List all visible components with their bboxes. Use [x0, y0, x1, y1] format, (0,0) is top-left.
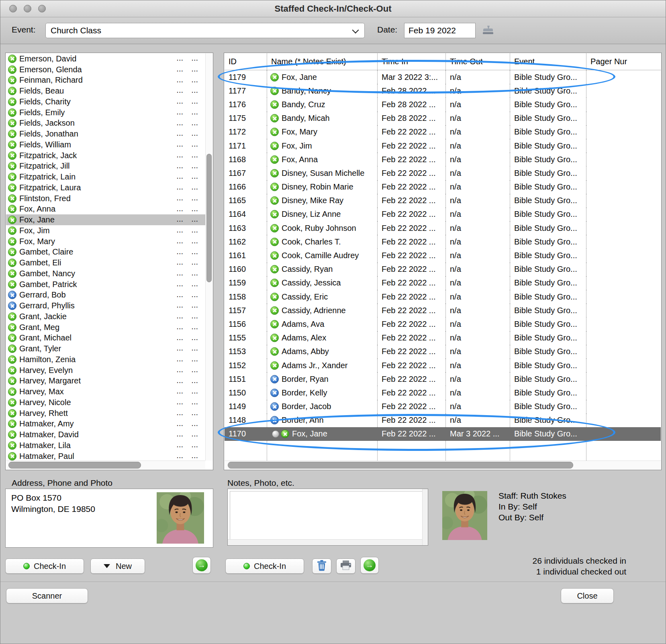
roster-row[interactable]: Gerrard, Bob...... — [6, 290, 205, 301]
roster-row[interactable]: Fitzpatrick, Jack...... — [6, 150, 205, 161]
table-row[interactable]: 1159Cassidy, JessicaFeb 22 2022 ...n/aBi… — [225, 276, 661, 290]
roster-details-dots-button[interactable]: ... — [191, 236, 198, 245]
roster-details-dots-button[interactable]: ... — [191, 257, 198, 267]
table-row[interactable]: 1162Cook, Charles T.Feb 22 2022 ...n/aBi… — [225, 235, 661, 249]
table-row[interactable]: 1167Disney, Susan MichelleFeb 22 2022 ..… — [225, 166, 661, 180]
table-row[interactable]: 1152Adams Jr., XanderFeb 22 2022 ...n/aB… — [225, 359, 661, 372]
table-row[interactable]: 1164Disney, Liz AnneFeb 22 2022 ...n/aBi… — [225, 208, 661, 221]
roster-row[interactable]: Fox, Jim...... — [6, 225, 205, 236]
column-header-name-notes-exist[interactable]: Name (* Notes Exist) — [267, 53, 378, 70]
roster-notes-dots-button[interactable]: ... — [176, 354, 183, 363]
roster-notes-dots-button[interactable]: ... — [176, 257, 183, 267]
table-horizontal-scrollbar-thumb[interactable] — [228, 462, 573, 469]
roster-details-dots-button[interactable]: ... — [191, 354, 198, 363]
table-row[interactable]: 1172Fox, MaryFeb 22 2022 ...n/aBible Stu… — [225, 125, 661, 139]
date-input[interactable] — [404, 23, 476, 38]
roster-notes-dots-button[interactable]: ... — [176, 150, 183, 159]
table-row[interactable]: 1149Border, JacobFeb 22 2022 ...n/aBible… — [225, 400, 661, 414]
roster-notes-dots-button[interactable]: ... — [176, 171, 183, 181]
table-row[interactable]: 1157Cassidy, AdrienneFeb 22 2022 ...n/aB… — [225, 304, 661, 317]
roster-row[interactable]: Harvey, Margaret...... — [6, 376, 205, 387]
roster-notes-dots-button[interactable]: ... — [176, 204, 183, 213]
print-button[interactable] — [336, 558, 355, 574]
roster-notes-dots-button[interactable]: ... — [176, 161, 183, 170]
roster-row[interactable]: Fields, Jackson...... — [6, 118, 205, 129]
roster-details-dots-button[interactable]: ... — [191, 53, 198, 63]
roster-vertical-scrollbar-thumb[interactable] — [206, 154, 212, 282]
roster-check-in-button[interactable]: Check-In — [5, 558, 84, 574]
column-header-pager-nur[interactable]: Pager Nur — [586, 53, 661, 70]
roster-notes-dots-button[interactable]: ... — [176, 118, 183, 127]
table-row[interactable]: 1155Adams, AlexFeb 22 2022 ...n/aBible S… — [225, 331, 661, 345]
roster-notes-dots-button[interactable]: ... — [176, 290, 183, 299]
roster-details-dots-button[interactable]: ... — [191, 429, 198, 438]
notes-vertical-scrollbar[interactable] — [422, 489, 428, 545]
table-row[interactable]: 1160Cassidy, RyanFeb 22 2022 ...n/aBible… — [225, 263, 661, 276]
roster-details-dots-button[interactable]: ... — [191, 247, 198, 256]
roster-notes-dots-button[interactable]: ... — [176, 193, 183, 202]
roster-row[interactable]: Fitzpatrick, Laura...... — [6, 182, 205, 193]
roster-notes-dots-button[interactable]: ... — [176, 419, 183, 428]
roster-row[interactable]: Fields, Jonathan...... — [6, 128, 205, 139]
roster-row[interactable]: Harvey, Rhett...... — [6, 408, 205, 419]
roster-details-dots-button[interactable]: ... — [191, 408, 198, 417]
column-header-event[interactable]: Event — [510, 53, 586, 70]
roster-go-button[interactable]: → — [192, 557, 211, 574]
roster-notes-dots-button[interactable]: ... — [176, 268, 183, 277]
table-row[interactable]: 1179Fox, JaneMar 3 2022 3:...n/aBible St… — [225, 70, 661, 84]
column-header-time-out[interactable]: Time Out — [446, 53, 510, 70]
roster-details-dots-button[interactable]: ... — [191, 300, 198, 310]
roster-notes-dots-button[interactable]: ... — [176, 451, 183, 460]
table-row[interactable]: 1177Bandy, NancyFeb 28 2022 ...n/aBible … — [225, 84, 661, 98]
roster-notes-dots-button[interactable]: ... — [176, 322, 183, 331]
table-row[interactable]: 1150Border, KellyFeb 22 2022 ...n/aBible… — [225, 386, 661, 399]
roster-horizontal-scrollbar[interactable] — [6, 461, 205, 469]
roster-notes-dots-button[interactable]: ... — [176, 300, 183, 310]
roster-row[interactable]: Grant, Jackie...... — [6, 311, 205, 322]
roster-vertical-scrollbar[interactable] — [205, 53, 212, 461]
roster-notes-dots-button[interactable]: ... — [176, 107, 183, 116]
roster-details-dots-button[interactable]: ... — [191, 225, 198, 234]
roster-notes-dots-button[interactable]: ... — [176, 333, 183, 342]
table-row[interactable]: 1156Adams, AvaFeb 22 2022 ...n/aBible St… — [225, 317, 661, 331]
roster-row[interactable]: Fitzpatrick, Jill...... — [6, 161, 205, 172]
table-row[interactable]: 1165Disney, Mike RayFeb 22 2022 ...n/aBi… — [225, 194, 661, 208]
roster-notes-dots-button[interactable]: ... — [176, 386, 183, 395]
roster-notes-dots-button[interactable]: ... — [176, 139, 183, 149]
roster-details-dots-button[interactable]: ... — [191, 322, 198, 331]
roster-details-dots-button[interactable]: ... — [191, 376, 198, 385]
column-header-time-in[interactable]: Time In — [378, 53, 446, 70]
roster-details-dots-button[interactable]: ... — [191, 397, 198, 406]
notes-textarea[interactable] — [230, 491, 426, 543]
delete-button[interactable] — [312, 558, 331, 574]
roster-details-dots-button[interactable]: ... — [191, 451, 198, 460]
roster-row[interactable]: Gambet, Nancy...... — [6, 268, 205, 279]
roster-row[interactable]: Fox, Anna...... — [6, 204, 205, 215]
roster-row[interactable]: Fox, Jane...... — [6, 214, 205, 225]
roster-row[interactable]: Feinman, Richard...... — [6, 75, 205, 86]
roster-notes-dots-button[interactable]: ... — [176, 440, 183, 449]
roster-details-dots-button[interactable]: ... — [191, 279, 198, 288]
roster-row[interactable]: Gerrard, Phyllis...... — [6, 300, 205, 311]
roster-row[interactable]: Emerson, David...... — [6, 53, 205, 64]
roster-notes-dots-button[interactable]: ... — [176, 75, 183, 84]
table-go-button[interactable]: → — [360, 557, 379, 574]
roster-row[interactable]: Hamilton, Zenia...... — [6, 354, 205, 365]
table-row[interactable]: 1158Cassidy, EricFeb 22 2022 ...n/aBible… — [225, 290, 661, 304]
roster-details-dots-button[interactable]: ... — [191, 214, 198, 224]
roster-notes-dots-button[interactable]: ... — [176, 214, 183, 224]
roster-notes-dots-button[interactable]: ... — [176, 53, 183, 63]
roster-row[interactable]: Grant, Tyler...... — [6, 343, 205, 354]
roster-details-dots-button[interactable]: ... — [191, 64, 198, 73]
roster-details-dots-button[interactable]: ... — [191, 419, 198, 428]
roster-row[interactable]: Gambet, Eli...... — [6, 257, 205, 268]
roster-notes-dots-button[interactable]: ... — [176, 376, 183, 385]
roster-notes-dots-button[interactable]: ... — [176, 86, 183, 95]
roster-details-dots-button[interactable]: ... — [191, 268, 198, 277]
table-row[interactable]: 1153Adams, AbbyFeb 22 2022 ...n/aBible S… — [225, 345, 661, 359]
roster-details-dots-button[interactable]: ... — [191, 333, 198, 342]
roster-row[interactable]: Harvey, Nicole...... — [6, 397, 205, 408]
notes-horizontal-scrollbar[interactable] — [228, 539, 422, 545]
roster-details-dots-button[interactable]: ... — [191, 150, 198, 159]
roster-details-dots-button[interactable]: ... — [191, 386, 198, 395]
